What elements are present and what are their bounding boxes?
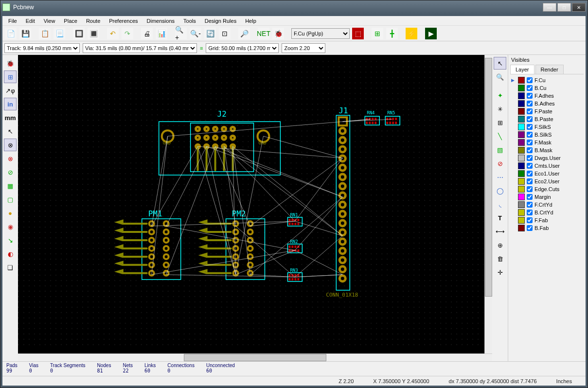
pcb-canvas[interactable]: J2 GND GND: [18, 55, 484, 353]
layer-row-b-paste[interactable]: B.Paste: [510, 115, 584, 123]
layer-row-b-cu[interactable]: B.Cu: [510, 84, 584, 92]
layer-row-eco1-user[interactable]: Eco1.User: [510, 170, 584, 177]
layer-row-f-silks[interactable]: F.SilkS: [510, 123, 584, 131]
add-dimension-icon[interactable]: ⟷: [494, 225, 506, 238]
show-zones-outline-icon[interactable]: ▢: [4, 193, 17, 206]
layer-row-b-fab[interactable]: B.Fab: [510, 224, 584, 232]
add-module-icon[interactable]: ⊞: [494, 116, 506, 129]
close-button[interactable]: ✕: [572, 3, 586, 12]
layer-row-f-cu[interactable]: ▶ F.Cu: [510, 76, 584, 84]
contrast-icon[interactable]: ◐: [4, 247, 17, 260]
plot-icon[interactable]: 📊: [155, 27, 168, 40]
zoom-in-icon[interactable]: 🔍+: [175, 27, 187, 40]
vertical-scrollbar[interactable]: [484, 55, 492, 353]
menu-file[interactable]: File: [4, 17, 21, 25]
drc-icon[interactable]: 🐞: [272, 27, 285, 40]
undo-icon[interactable]: ↶: [107, 27, 119, 40]
zoom-refresh-icon[interactable]: 🔄: [204, 27, 216, 40]
horizontal-scrollbar[interactable]: [18, 353, 492, 361]
track-width-select[interactable]: Track: 9.84 mils (0.250 mm) *: [4, 43, 80, 53]
layer-row-f-fab[interactable]: F.Fab: [510, 216, 584, 224]
sheet-icon[interactable]: 📃: [53, 27, 66, 40]
menu-design-rules[interactable]: Design Rules: [201, 17, 240, 25]
mode-default-icon[interactable]: ⊞: [371, 27, 384, 40]
menu-route[interactable]: Route: [82, 17, 104, 25]
layer-select[interactable]: F.Cu (PgUp): [291, 28, 350, 39]
add-track-icon[interactable]: ╲: [494, 130, 506, 142]
layer-row-f-paste[interactable]: F.Paste: [510, 107, 584, 115]
script-icon[interactable]: ▶: [425, 27, 437, 40]
layer-row-margin[interactable]: Margin: [510, 193, 584, 201]
zoom-out-icon[interactable]: 🔍-: [189, 27, 202, 40]
add-arc-icon[interactable]: ◟: [494, 198, 506, 211]
print-icon[interactable]: 🖨: [141, 27, 153, 40]
menu-tools[interactable]: Tools: [179, 17, 200, 25]
zoom-tool-icon[interactable]: 🔍: [494, 71, 506, 83]
delete-icon[interactable]: 🗑: [494, 252, 506, 265]
autoroute-icon[interactable]: ⚡: [405, 27, 418, 40]
grid-toggle-icon[interactable]: ⊞: [4, 71, 17, 83]
zoom-select[interactable]: Zoom 2.20: [282, 43, 325, 53]
drc-off-icon[interactable]: 🐞: [4, 57, 17, 70]
auto-delete-icon[interactable]: ⊘: [4, 166, 17, 178]
layer-row-dwgs-user[interactable]: Dwgs.User: [510, 154, 584, 162]
via-size-select[interactable]: Via: 31.5 mils (0.80 mm)/ 15.7 mils (0.4…: [83, 43, 197, 53]
tab-layer[interactable]: Layer: [510, 65, 535, 74]
layer-pair-icon[interactable]: ⬚: [352, 27, 364, 40]
add-keepout-icon[interactable]: ⊘: [494, 157, 506, 170]
layers-icon[interactable]: ❏: [4, 261, 17, 274]
layer-row-f-adhes[interactable]: F.Adhes: [510, 92, 584, 100]
menu-help[interactable]: Help: [241, 17, 260, 25]
add-zone-icon[interactable]: ▧: [494, 143, 506, 156]
add-line-icon[interactable]: ⋯: [494, 171, 506, 183]
zoom-fit-icon[interactable]: ⊡: [218, 27, 231, 40]
module-viewer-icon[interactable]: 🔳: [87, 27, 100, 40]
cursor-icon[interactable]: ↖: [494, 57, 506, 70]
ratsnest-module-icon[interactable]: ⊗: [4, 152, 17, 165]
add-target-icon[interactable]: ⊕: [494, 239, 506, 251]
tab-render[interactable]: Render: [535, 65, 564, 74]
layer-row-b-silks[interactable]: B.SilkS: [510, 131, 584, 139]
layer-row-eco2-user[interactable]: Eco2.User: [510, 177, 584, 185]
show-zones-icon[interactable]: ▦: [4, 179, 17, 192]
find-icon[interactable]: 🔎: [238, 27, 250, 40]
layer-row-cmts-user[interactable]: Cmts.User: [510, 162, 584, 170]
layer-row-f-mask[interactable]: F.Mask: [510, 139, 584, 146]
origin-icon[interactable]: ✛: [494, 266, 506, 279]
redo-icon[interactable]: ↷: [121, 27, 134, 40]
netlist-icon[interactable]: NET: [257, 27, 270, 40]
cursor-shape-icon[interactable]: ↖: [4, 125, 17, 138]
svg-rect-81: [297, 219, 299, 221]
highlight-net-icon[interactable]: ✦: [494, 89, 506, 102]
menu-edit[interactable]: Edit: [22, 17, 39, 25]
menu-dimensions[interactable]: Dimensions: [143, 17, 178, 25]
menu-preferences[interactable]: Preferences: [105, 17, 142, 25]
add-text-icon[interactable]: T: [494, 212, 506, 224]
layer-row-b-crtyd[interactable]: B.CrtYd: [510, 209, 584, 216]
polar-icon[interactable]: ↗φ: [4, 84, 17, 97]
grid-select[interactable]: Grid: 50.00 mils (1.2700 mm): [206, 43, 279, 53]
minimize-button[interactable]: —: [543, 3, 556, 12]
layer-row-b-mask[interactable]: B.Mask: [510, 146, 584, 154]
ratsnest-icon[interactable]: ⊗: [4, 139, 17, 151]
add-circle-icon[interactable]: ◯: [494, 184, 506, 197]
module-editor-icon[interactable]: 🔲: [72, 27, 85, 40]
mode-track-icon[interactable]: ╋: [386, 27, 398, 40]
track-fill-icon[interactable]: ↘: [4, 234, 17, 247]
units-mm-icon[interactable]: mm: [4, 111, 17, 124]
pad-fill-icon[interactable]: ●: [4, 207, 17, 219]
save-icon[interactable]: 💾: [19, 27, 32, 40]
local-ratsnest-icon[interactable]: ✳: [494, 103, 506, 115]
units-in-icon[interactable]: in: [4, 98, 17, 110]
menu-view[interactable]: View: [40, 17, 59, 25]
layer-row-b-adhes[interactable]: B.Adhes: [510, 100, 584, 107]
layer-row-edge-cuts[interactable]: Edge.Cuts: [510, 185, 584, 193]
new-icon[interactable]: 📄: [4, 27, 17, 40]
menu-place[interactable]: Place: [60, 17, 81, 25]
titlebar[interactable]: Pcbnew — □ ✕: [0, 0, 588, 14]
via-fill-icon[interactable]: ◉: [4, 220, 17, 233]
maximize-button[interactable]: □: [557, 3, 571, 12]
page-settings-icon[interactable]: 📋: [38, 27, 51, 40]
layer-row-f-crtyd[interactable]: F.CrtYd: [510, 201, 584, 209]
auto-track-icon[interactable]: ≡: [200, 45, 203, 51]
